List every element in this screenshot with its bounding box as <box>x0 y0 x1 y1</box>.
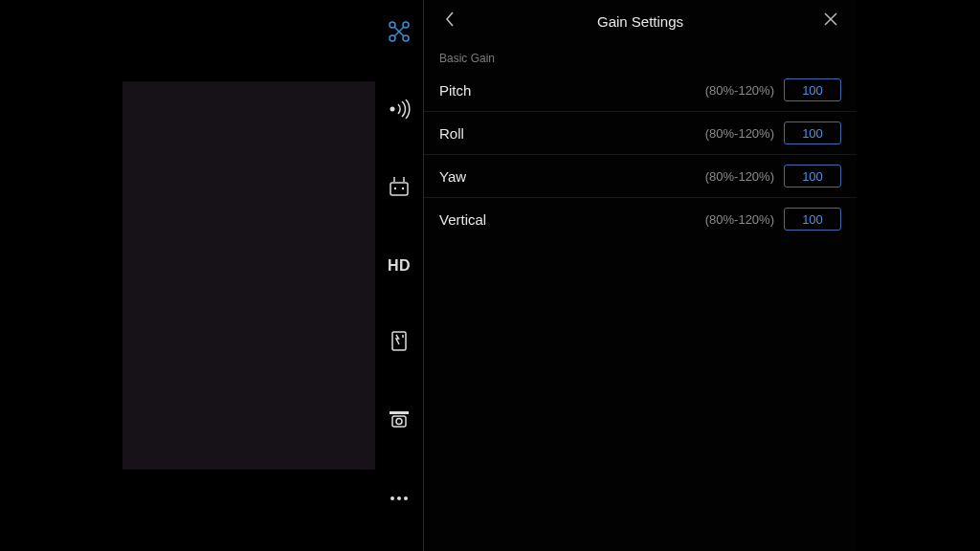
svg-point-10 <box>394 187 396 189</box>
setting-row-pitch: Pitch (80%-120%) 100 <box>424 69 857 112</box>
setting-label: Pitch <box>439 82 471 99</box>
svg-point-11 <box>402 187 404 189</box>
back-button[interactable] <box>441 12 458 30</box>
sidebar-item-more[interactable] <box>387 486 412 511</box>
value-input-vertical[interactable]: 100 <box>784 208 841 231</box>
signal-icon <box>388 99 411 122</box>
setting-right: (80%-120%) 100 <box>705 78 841 101</box>
sidebar-item-battery[interactable] <box>387 331 412 356</box>
value-input-yaw[interactable]: 100 <box>784 165 841 187</box>
sidebar-item-hd[interactable]: HD <box>387 253 412 278</box>
panel-title: Gain Settings <box>597 13 683 30</box>
drone-icon <box>388 20 411 47</box>
value-input-roll[interactable]: 100 <box>784 121 841 144</box>
range-text: (80%-120%) <box>705 83 774 98</box>
svg-rect-9 <box>390 183 408 195</box>
panel-header: Gain Settings <box>424 0 857 42</box>
battery-check-icon <box>389 331 410 356</box>
svg-rect-12 <box>392 332 406 350</box>
value-input-pitch[interactable]: 100 <box>784 78 841 101</box>
svg-point-16 <box>396 419 402 425</box>
settings-panel: Gain Settings Basic Gain Pitch (80%-120%… <box>424 0 857 551</box>
sidebar-item-controller[interactable] <box>387 176 412 201</box>
camera-viewport <box>122 81 375 470</box>
setting-right: (80%-120%) 100 <box>705 121 841 144</box>
close-button[interactable] <box>822 12 839 30</box>
sidebar-item-drone[interactable] <box>387 21 412 46</box>
sidebar-item-signal[interactable] <box>387 99 412 123</box>
setting-label: Vertical <box>439 211 486 228</box>
svg-rect-15 <box>392 416 406 427</box>
svg-point-6 <box>390 107 395 112</box>
settings-sidebar: HD <box>375 0 423 551</box>
setting-right: (80%-120%) 100 <box>705 208 841 231</box>
section-label: Basic Gain <box>424 42 857 69</box>
setting-row-yaw: Yaw (80%-120%) 100 <box>424 155 857 198</box>
range-text: (80%-120%) <box>705 126 774 141</box>
close-icon <box>823 11 838 31</box>
sidebar-item-gimbal[interactable] <box>387 408 412 433</box>
more-icon <box>390 496 408 500</box>
setting-label: Yaw <box>439 168 466 185</box>
setting-label: Roll <box>439 125 464 142</box>
setting-right: (80%-120%) 100 <box>705 165 841 187</box>
hd-icon: HD <box>388 257 411 275</box>
setting-row-roll: Roll (80%-120%) 100 <box>424 112 857 155</box>
setting-row-vertical: Vertical (80%-120%) 100 <box>424 198 857 240</box>
range-text: (80%-120%) <box>705 169 774 184</box>
controller-icon <box>388 176 411 201</box>
chevron-left-icon <box>444 11 456 32</box>
gimbal-icon <box>388 409 411 432</box>
range-text: (80%-120%) <box>705 212 774 227</box>
svg-rect-14 <box>390 411 409 414</box>
